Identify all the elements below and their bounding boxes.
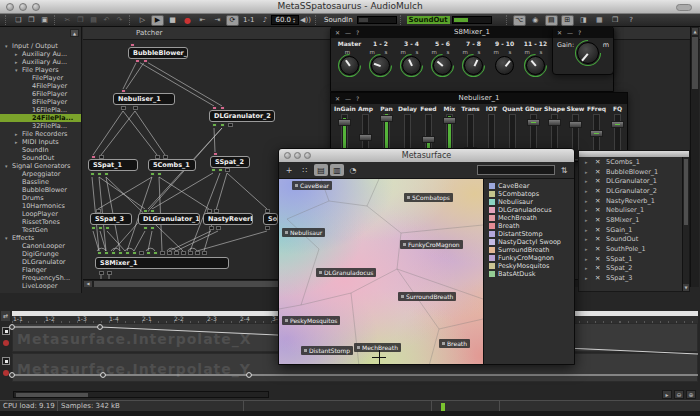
expand-triangle-icon[interactable]: ▸ bbox=[585, 159, 591, 165]
snapshot-filter-input[interactable] bbox=[477, 165, 555, 175]
slider-handle[interactable] bbox=[548, 119, 561, 126]
channel-gain-knob[interactable] bbox=[464, 56, 483, 75]
snapshot-marker[interactable]: Breath bbox=[439, 339, 470, 348]
transport-button[interactable]: ⇥ bbox=[211, 15, 224, 26]
help-icon[interactable]: ? bbox=[356, 93, 359, 104]
snapshot-marker[interactable]: CaveBear bbox=[292, 181, 332, 190]
expand-triangle-icon[interactable]: ▸ bbox=[585, 236, 591, 242]
nebuliser-window-buttons[interactable]: ✕ — ? bbox=[335, 93, 359, 104]
remove-icon[interactable]: ✕ bbox=[595, 168, 602, 176]
contraption-row[interactable]: ▸ ✕ Nebuliser_1 bbox=[579, 205, 689, 215]
transport-button[interactable]: ▷ bbox=[136, 15, 149, 26]
remove-icon[interactable]: ✕ bbox=[595, 245, 602, 253]
toolbar-edit-button[interactable]: ▤ bbox=[87, 15, 100, 26]
channel-gain-knob[interactable] bbox=[495, 56, 514, 75]
slider-handle[interactable] bbox=[380, 115, 393, 122]
slider-handle[interactable] bbox=[590, 130, 603, 137]
toolbar-file-button[interactable]: ❒ bbox=[25, 15, 38, 26]
slider-handle[interactable] bbox=[569, 121, 582, 128]
metasurface-toolbar-button[interactable]: + bbox=[282, 164, 296, 176]
toolbar-edit-button[interactable]: ↷ bbox=[113, 15, 126, 26]
zoom-icon[interactable] bbox=[304, 152, 311, 159]
remove-icon[interactable]: ✕ bbox=[595, 197, 602, 205]
toolbar-grip[interactable] bbox=[129, 15, 133, 25]
contraption-row[interactable]: ▸ ✕ SSpat_3 bbox=[579, 273, 689, 283]
channel-gain-knob[interactable] bbox=[340, 56, 359, 75]
view-toggle-button[interactable]: ? bbox=[625, 15, 638, 26]
toolbar-grip[interactable] bbox=[54, 15, 58, 25]
remove-icon[interactable]: ✕ bbox=[595, 255, 602, 263]
expand-triangle-icon[interactable]: ▸ bbox=[585, 256, 591, 262]
remove-icon[interactable]: ✕ bbox=[595, 274, 602, 282]
sound-in-label[interactable]: SoundIn bbox=[322, 16, 355, 24]
contraption-row[interactable]: ▸ ✕ SoundOut bbox=[579, 235, 689, 245]
transport-button[interactable]: ■ bbox=[166, 15, 179, 26]
metasurface-toolbar-button[interactable]: ∷ bbox=[298, 164, 312, 176]
close-icon[interactable]: ✕ bbox=[335, 27, 340, 38]
mute-solo-buttons[interactable]: m s bbox=[489, 49, 520, 56]
help-icon[interactable]: ? bbox=[578, 27, 581, 38]
snapshot-marker[interactable]: FunkyCroMagnon bbox=[400, 240, 463, 249]
snapshot-marker[interactable]: Nebulisaur bbox=[282, 228, 325, 237]
remove-icon[interactable]: ✕ bbox=[595, 206, 602, 214]
snapshot-list-item[interactable]: 5Combatops bbox=[484, 190, 574, 198]
tempo-stepper[interactable]: ▴▾ bbox=[293, 17, 295, 23]
toolbar-file-button[interactable]: ▣ bbox=[38, 15, 51, 26]
expand-triangle-icon[interactable]: ▸ bbox=[585, 275, 591, 281]
minimize-icon[interactable]: — bbox=[345, 93, 351, 104]
toolbar-edit-button[interactable]: ❐ bbox=[74, 15, 87, 26]
remove-icon[interactable]: ✕ bbox=[595, 226, 602, 234]
panel-scroll-handle[interactable] bbox=[684, 159, 688, 225]
channel-gain-knob[interactable] bbox=[526, 56, 545, 75]
scroll-down-icon[interactable]: ▼ bbox=[683, 284, 689, 291]
snapshot-list-item[interactable]: DistantStomp bbox=[484, 230, 574, 238]
toolbar-grip[interactable] bbox=[5, 15, 9, 25]
snapshot-marker[interactable]: DistantStomp bbox=[301, 346, 353, 355]
slider-handle[interactable] bbox=[338, 119, 351, 126]
snapshot-marker[interactable]: SurroundBreath bbox=[398, 292, 456, 301]
sort-icon[interactable]: ⇅ bbox=[557, 164, 571, 176]
transport-button[interactable]: ⟳ bbox=[226, 15, 239, 26]
metasurface-canvas[interactable]: CaveBear 5Combatops Nebulisaur FunkyCroM… bbox=[279, 179, 483, 364]
minimize-icon[interactable]: — bbox=[345, 27, 351, 38]
slider-handle[interactable] bbox=[422, 136, 435, 143]
contraption-row[interactable]: ▸ ✕ SGain_1 bbox=[579, 225, 689, 235]
remove-icon[interactable]: ✕ bbox=[595, 177, 602, 185]
tempo-field[interactable]: 60.0 ▴▾ bbox=[271, 15, 299, 25]
contraption-row[interactable]: ▸ ✕ BubbleBlower_1 bbox=[579, 167, 689, 177]
snapshot-list-item[interactable]: BatsAtDusk bbox=[484, 270, 574, 278]
speaker-icon[interactable]: ◀)) bbox=[299, 15, 312, 26]
metasurface-toolbar-button[interactable]: ▤ bbox=[314, 164, 328, 176]
view-toggle-button[interactable]: ⌥ bbox=[513, 15, 526, 26]
snapshot-list-item[interactable]: FunkyCroMagnon bbox=[484, 254, 574, 262]
contraption-row[interactable]: ▸ ✕ NastyReverb_1 bbox=[579, 196, 689, 206]
minimize-icon[interactable] bbox=[294, 152, 301, 159]
slider-handle[interactable] bbox=[359, 134, 372, 141]
minimize-icon[interactable]: — bbox=[567, 27, 573, 38]
snapshot-list-item[interactable]: CaveBear bbox=[484, 182, 574, 190]
snapshot-marker[interactable]: PeskyMosquitos bbox=[282, 316, 340, 325]
expand-triangle-icon[interactable]: ▸ bbox=[585, 169, 591, 175]
gain-knob[interactable] bbox=[577, 42, 599, 64]
close-icon[interactable] bbox=[284, 152, 291, 159]
snapshot-list-item[interactable]: SurroundBreath bbox=[484, 246, 574, 254]
slider-handle[interactable] bbox=[527, 119, 540, 126]
remove-icon[interactable]: ✕ bbox=[595, 216, 602, 224]
snapshot-list-item[interactable]: NastyDactyl Swoop bbox=[484, 238, 574, 246]
view-toggle-button[interactable]: ❒ bbox=[609, 15, 622, 26]
channel-gain-knob[interactable] bbox=[402, 56, 421, 75]
contraption-row[interactable]: ▸ ✕ SSpat_2 bbox=[579, 264, 689, 274]
expand-triangle-icon[interactable]: ▸ bbox=[585, 207, 591, 213]
toolbar-grip[interactable] bbox=[315, 15, 319, 25]
toolbar-file-button[interactable]: ❏ bbox=[12, 15, 25, 26]
toolbar-edit-button[interactable]: ↶ bbox=[100, 15, 113, 26]
expand-triangle-icon[interactable]: ▸ bbox=[585, 178, 591, 184]
mixer-window-buttons[interactable]: ✕ — ? bbox=[335, 27, 359, 38]
contraption-row[interactable]: ▸ ✕ DLGranulator_2 bbox=[579, 186, 689, 196]
close-icon[interactable]: ✕ bbox=[557, 27, 562, 38]
transport-button[interactable]: ▶ bbox=[151, 15, 164, 26]
transport-button[interactable]: ⇤ bbox=[196, 15, 209, 26]
contraption-row[interactable]: ▸ ✕ 5Combs_1 bbox=[579, 157, 689, 167]
transport-button[interactable]: ● bbox=[181, 15, 194, 26]
view-toggle-button[interactable]: ▦ bbox=[593, 15, 606, 26]
